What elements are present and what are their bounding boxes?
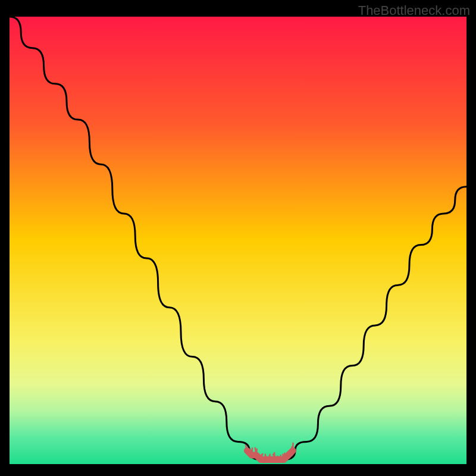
- svg-line-35: [284, 453, 284, 460]
- svg-line-15: [261, 455, 261, 460]
- svg-line-19: [264, 459, 265, 460]
- svg-line-39: [288, 454, 289, 455]
- plot-svg: [10, 17, 466, 464]
- plot-area: [10, 17, 466, 464]
- gradient-background: [10, 17, 466, 464]
- chart-wrap: TheBottleneck.com: [0, 0, 476, 476]
